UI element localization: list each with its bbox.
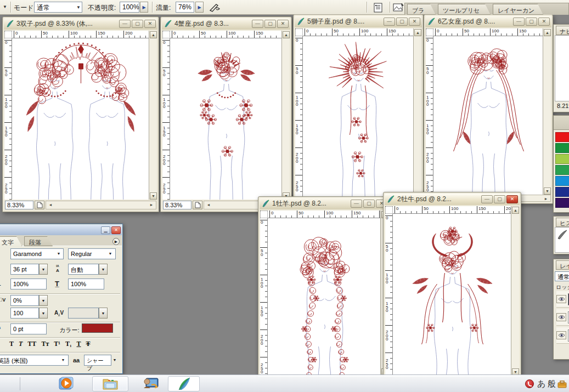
layer-row[interactable] — [556, 291, 569, 308]
zoom-level-field[interactable]: 8.33% — [5, 201, 33, 209]
window-titlebar[interactable]: 6乙女座.psd @ 8....—▢✕ — [425, 16, 551, 27]
window-close-button[interactable]: ✕ — [538, 18, 550, 26]
layer-visibility-eye-icon[interactable] — [556, 295, 566, 303]
taskbar-photoshop-button[interactable] — [168, 376, 200, 391]
window-titlebar[interactable]: 1牡羊.psd @ 8.2...—▢✕ — [260, 198, 389, 209]
layer-visibility-eye-icon[interactable] — [556, 313, 566, 321]
flow-slider-button[interactable]: ▶ — [195, 2, 204, 13]
kerning-input[interactable]: 100 — [10, 308, 39, 319]
tab-layer-comps[interactable]: レイヤーカンプ — [493, 4, 543, 15]
airbrush-icon[interactable] — [207, 1, 222, 14]
window-titlebar[interactable]: 3双子.psd @ 8.33% (体,...—▢✕ — [4, 18, 157, 30]
canvas-virgo[interactable] — [433, 36, 544, 195]
small-caps-button[interactable]: Tᴛ — [41, 340, 49, 348]
color-swatch[interactable] — [555, 176, 569, 186]
window-titlebar[interactable]: 4蟹座.psd @ 8.3...—▢✕ — [162, 18, 290, 30]
canvas-taurus[interactable] — [393, 214, 512, 376]
status-info-icon[interactable] — [193, 201, 202, 209]
window-maximize-button[interactable]: ▢ — [363, 200, 375, 208]
window-minimize-button[interactable]: — — [252, 20, 263, 28]
scroll-right-arrow[interactable]: ► — [148, 202, 155, 208]
history-state-row[interactable] — [556, 229, 568, 241]
layer-row[interactable] — [556, 309, 569, 326]
ruler-origin[interactable] — [426, 29, 433, 36]
strikethrough-button[interactable]: Ŧ — [86, 340, 91, 348]
status-info-icon[interactable] — [35, 201, 44, 209]
flow-input[interactable]: 76% — [176, 2, 194, 13]
window-close-button[interactable]: ✕ — [409, 18, 420, 26]
faux-bold-button[interactable]: T — [9, 340, 14, 348]
window-minimize-button[interactable]: — — [384, 18, 395, 26]
taskbar-media-player-button[interactable] — [50, 376, 81, 391]
color-swatch[interactable] — [555, 132, 569, 142]
font-size-input[interactable]: 36 pt — [10, 264, 39, 275]
scroll-down-arrow[interactable]: ▼ — [150, 192, 157, 200]
window-minimize-button[interactable]: — — [119, 20, 131, 28]
ime-mode-icon[interactable] — [525, 379, 534, 388]
navigator-zoom-value[interactable]: 8.21% — [555, 101, 569, 111]
window-minimize-button[interactable]: — — [481, 195, 493, 203]
color-swatch[interactable] — [555, 198, 569, 208]
character-palette-titlebar[interactable]: ▁ ✕ — [0, 225, 122, 235]
layer-blend-mode-select[interactable]: 通常 — [555, 271, 569, 281]
palette-menu-button[interactable]: ▶ — [112, 238, 120, 245]
horizontal-scale-input[interactable]: 100% — [68, 279, 104, 289]
brush-preset-arrow-icon[interactable]: ▼ — [3, 4, 7, 9]
antialias-select[interactable]: シャープ — [84, 355, 111, 366]
palette-close-button[interactable]: ✕ — [111, 226, 121, 234]
palette-minimize-button[interactable]: ▁ — [101, 226, 110, 234]
superscript-button[interactable]: T¹ — [54, 340, 60, 348]
scroll-up-arrow[interactable]: ▲ — [283, 31, 290, 38]
tab-history[interactable]: ヒストリー — [556, 218, 569, 227]
leading-dropdown-button[interactable]: ▼ — [99, 264, 108, 275]
tab-tool-presets[interactable]: ツールプリセット — [438, 4, 491, 15]
taskbar-remote-desktop-button[interactable] — [135, 376, 166, 391]
underline-button[interactable]: T — [77, 340, 81, 348]
tracking-select[interactable]: 0% — [10, 295, 39, 306]
faux-italic-button[interactable]: T — [19, 340, 22, 348]
color-swatch[interactable] — [555, 154, 569, 164]
layer-visibility-eye-icon[interactable] — [556, 331, 566, 339]
taskbar-file-explorer-button[interactable] — [92, 376, 128, 391]
color-swatch[interactable] — [555, 165, 569, 175]
leading-select[interactable]: 自動 — [68, 264, 99, 275]
scroll-up-arrow[interactable]: ▲ — [544, 29, 551, 36]
scroll-right-arrow[interactable]: ► — [542, 196, 550, 202]
opacity-input[interactable]: 100% — [120, 2, 139, 13]
window-maximize-button[interactable]: ▢ — [526, 18, 537, 26]
color-swatch[interactable] — [555, 187, 569, 197]
tracking-dropdown-button[interactable]: ▼ — [39, 295, 48, 306]
window-maximize-button[interactable]: ▢ — [132, 20, 143, 28]
vertical-scale-input[interactable]: 100% — [10, 279, 47, 289]
toggle-brushes-palette-icon[interactable] — [371, 1, 385, 14]
window-close-button[interactable]: ✕ — [277, 20, 289, 28]
window-maximize-button[interactable]: ▢ — [396, 18, 408, 26]
kern-pair-dropdown-button[interactable]: ▼ — [99, 308, 108, 319]
opacity-slider-button[interactable]: ▶ — [140, 2, 148, 13]
tab-layers[interactable]: レイヤー — [556, 260, 569, 270]
canvas-cancer[interactable] — [170, 38, 283, 200]
ime-kana-indicator[interactable]: あ — [537, 379, 545, 389]
canvas-aries[interactable] — [268, 218, 381, 376]
window-minimize-button[interactable]: — — [513, 18, 525, 26]
font-size-dropdown-button[interactable]: ▼ — [39, 264, 48, 275]
scroll-up-arrow[interactable]: ▲ — [150, 31, 157, 38]
vertical-scrollbar[interactable]: ▲▼ — [281, 31, 290, 200]
scroll-up-arrow[interactable]: ▲ — [512, 207, 519, 214]
scroll-up-arrow[interactable]: ▲ — [414, 29, 421, 36]
language-bar-toolbox-icon[interactable] — [557, 379, 567, 389]
baseline-shift-input[interactable]: 0 pt — [10, 323, 47, 334]
layer-row[interactable] — [556, 327, 569, 344]
text-color-swatch[interactable] — [82, 323, 113, 333]
zoom-level-field[interactable]: 8.33% — [163, 201, 191, 209]
horizontal-scrollbar[interactable]: ◄► — [46, 201, 156, 209]
ruler-origin[interactable] — [4, 31, 12, 38]
tab-navigator[interactable]: ナビゲータ — [556, 26, 569, 35]
color-swatch[interactable] — [555, 143, 569, 153]
canvas-gemini[interactable] — [12, 38, 150, 200]
ruler-origin[interactable] — [295, 29, 303, 36]
window-maximize-button[interactable]: ▢ — [264, 20, 276, 28]
window-close-button[interactable]: ✕ — [506, 195, 518, 203]
all-caps-button[interactable]: TT — [27, 340, 36, 348]
window-close-button[interactable]: ✕ — [144, 20, 156, 28]
